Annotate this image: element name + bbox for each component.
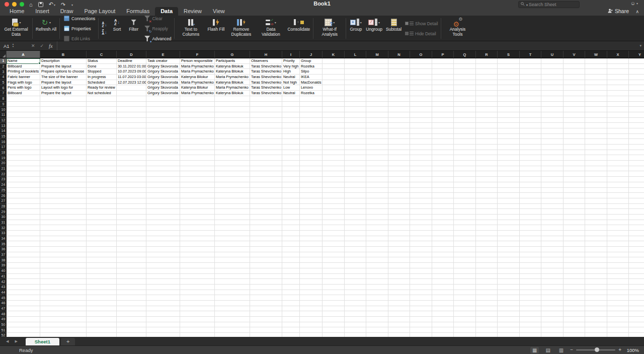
cell-S39[interactable] xyxy=(498,263,520,268)
cell-V50[interactable] xyxy=(564,322,585,328)
cell-H34[interactable] xyxy=(250,236,282,242)
cell-G4[interactable]: Maria Prymachenko xyxy=(215,75,250,80)
cell-B31[interactable] xyxy=(40,220,87,226)
cell-E33[interactable] xyxy=(146,231,180,236)
cell-T20[interactable] xyxy=(520,161,541,166)
cell-E47[interactable] xyxy=(146,306,180,312)
cell-B19[interactable] xyxy=(40,155,87,161)
cell-Q27[interactable] xyxy=(454,198,476,204)
cell-R51[interactable] xyxy=(476,327,498,333)
cell-O5[interactable] xyxy=(410,80,432,86)
cell-G51[interactable] xyxy=(215,327,250,333)
cell-C46[interactable] xyxy=(87,301,117,306)
cell-K29[interactable] xyxy=(323,209,345,215)
cell-G42[interactable] xyxy=(215,279,250,285)
cell-P50[interactable] xyxy=(432,322,454,328)
cell-B34[interactable] xyxy=(40,236,87,242)
cell-I22[interactable] xyxy=(282,171,300,177)
cell-V24[interactable] xyxy=(564,182,585,188)
cell-Q2[interactable] xyxy=(454,64,476,69)
cell-P49[interactable] xyxy=(432,317,454,322)
cell-P1[interactable] xyxy=(432,58,454,64)
cell-W10[interactable] xyxy=(585,107,607,112)
cell-I24[interactable] xyxy=(282,182,300,188)
cell-K48[interactable] xyxy=(323,311,345,317)
cell-C10[interactable] xyxy=(87,107,117,112)
cell-P6[interactable] xyxy=(432,85,454,91)
cell-S5[interactable] xyxy=(498,80,520,86)
cell-S47[interactable] xyxy=(498,306,520,312)
cell-J50[interactable] xyxy=(300,322,323,328)
cell-I48[interactable] xyxy=(282,311,300,317)
cell-Q1[interactable] xyxy=(454,58,476,64)
cell-N35[interactable] xyxy=(388,241,410,247)
cell-C20[interactable] xyxy=(87,161,117,166)
cell-K24[interactable] xyxy=(323,182,345,188)
cell-P40[interactable] xyxy=(432,268,454,274)
cell-L8[interactable] xyxy=(345,96,366,102)
cell-R32[interactable] xyxy=(476,225,498,231)
cell-W41[interactable] xyxy=(585,274,607,279)
cell-M36[interactable] xyxy=(366,247,388,252)
cell-H46[interactable] xyxy=(250,301,282,306)
cell-B47[interactable] xyxy=(40,306,87,312)
cell-J23[interactable] xyxy=(300,177,323,182)
cell-T25[interactable] xyxy=(520,188,541,193)
cell-J15[interactable] xyxy=(300,134,323,139)
cell-A42[interactable] xyxy=(7,279,40,285)
cell-O19[interactable] xyxy=(410,155,432,161)
cell-J40[interactable] xyxy=(300,268,323,274)
cell-P28[interactable] xyxy=(432,204,454,209)
cell-Y38[interactable] xyxy=(629,257,644,263)
cell-T41[interactable] xyxy=(520,274,541,279)
cell-O48[interactable] xyxy=(410,311,432,317)
cell-A11[interactable] xyxy=(7,112,40,118)
cell-S4[interactable] xyxy=(498,75,520,80)
cell-T42[interactable] xyxy=(520,279,541,285)
cell-I5[interactable]: Not high xyxy=(282,80,300,86)
cell-S22[interactable] xyxy=(498,171,520,177)
cell-Q16[interactable] xyxy=(454,139,476,145)
cell-G38[interactable] xyxy=(215,257,250,263)
cell-C47[interactable] xyxy=(87,306,117,312)
cell-I40[interactable] xyxy=(282,268,300,274)
cell-J5[interactable]: MacDonalds xyxy=(300,80,323,86)
cell-N40[interactable] xyxy=(388,268,410,274)
cell-A37[interactable] xyxy=(7,252,40,258)
cell-X43[interactable] xyxy=(607,285,629,290)
cell-B22[interactable] xyxy=(40,171,87,177)
cell-X8[interactable] xyxy=(607,96,629,102)
cell-H28[interactable] xyxy=(250,204,282,209)
cell-Y28[interactable] xyxy=(629,204,644,209)
cell-V42[interactable] xyxy=(564,279,585,285)
cell-Y25[interactable] xyxy=(629,188,644,193)
cell-I18[interactable] xyxy=(282,150,300,156)
cell-L38[interactable] xyxy=(345,257,366,263)
cell-K26[interactable] xyxy=(323,193,345,198)
cell-P21[interactable] xyxy=(432,166,454,172)
row-header-22[interactable]: 22 xyxy=(0,171,7,177)
cell-J19[interactable] xyxy=(300,155,323,161)
cell-R41[interactable] xyxy=(476,274,498,279)
cell-T49[interactable] xyxy=(520,317,541,322)
cell-J46[interactable] xyxy=(300,301,323,306)
cell-P31[interactable] xyxy=(432,220,454,226)
cell-G9[interactable] xyxy=(215,102,250,107)
cell-Y44[interactable] xyxy=(629,290,644,296)
cell-K50[interactable] xyxy=(323,322,345,328)
cell-M30[interactable] xyxy=(366,215,388,220)
cell-P7[interactable] xyxy=(432,91,454,96)
cell-W47[interactable] xyxy=(585,306,607,312)
cell-U6[interactable] xyxy=(541,85,564,91)
cell-S14[interactable] xyxy=(498,128,520,134)
cell-I33[interactable] xyxy=(282,231,300,236)
row-header-35[interactable]: 35 xyxy=(0,241,7,247)
cell-P18[interactable] xyxy=(432,150,454,156)
cell-F50[interactable] xyxy=(180,322,215,328)
cell-A13[interactable] xyxy=(7,123,40,128)
cell-X52[interactable] xyxy=(607,333,629,337)
cell-D8[interactable] xyxy=(117,96,146,102)
cell-V22[interactable] xyxy=(564,171,585,177)
cell-O45[interactable] xyxy=(410,295,432,301)
row-header-28[interactable]: 28 xyxy=(0,204,7,209)
